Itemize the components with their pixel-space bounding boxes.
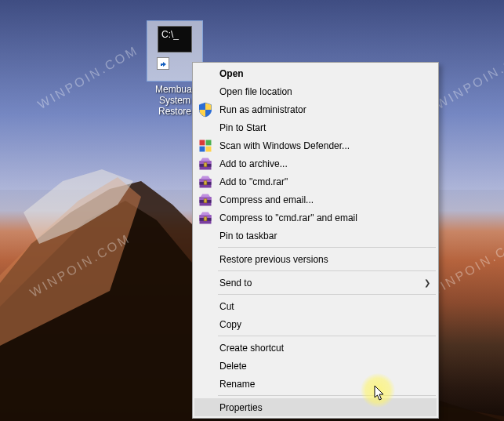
blank-icon <box>198 67 213 81</box>
menu-item-copy[interactable]: Copy <box>194 315 437 333</box>
winrar-icon <box>198 175 213 189</box>
svg-rect-7 <box>204 162 207 166</box>
blank-icon <box>198 318 213 332</box>
svg-rect-19 <box>204 216 207 220</box>
menu-item-label: Pin to taskbar <box>219 230 430 241</box>
menu-item-label: Run as administrator <box>219 104 430 115</box>
menu-item-compress-email[interactable]: Compress and email... <box>194 191 437 209</box>
menu-item-label: Open <box>219 68 430 79</box>
menu-separator <box>218 247 436 248</box>
winrar-icon <box>198 211 213 225</box>
watermark: WINPOIN.COM <box>27 231 133 300</box>
blank-icon <box>198 359 213 373</box>
menu-item-cut[interactable]: Cut <box>194 297 437 315</box>
menu-item-label: Open file location <box>219 86 430 97</box>
menu-separator <box>218 395 436 396</box>
menu-item-add-archive[interactable]: Add to archive... <box>194 154 437 172</box>
menu-item-label: Add to "cmd.rar" <box>219 176 430 187</box>
watermark: WINPOIN.COM <box>35 43 141 112</box>
menu-item-rename[interactable]: Rename <box>194 375 437 393</box>
svg-rect-0 <box>200 140 205 145</box>
svg-rect-3 <box>206 146 212 151</box>
svg-rect-15 <box>204 198 207 202</box>
menu-item-label: Add to archive... <box>219 158 430 169</box>
svg-rect-1 <box>206 140 212 145</box>
menu-item-send-to[interactable]: Send to❯ <box>194 274 437 292</box>
menu-item-label: Rename <box>219 379 430 390</box>
menu-item-defender[interactable]: Scan with Windows Defender... <box>194 136 437 154</box>
blank-icon <box>198 299 213 314</box>
winrar-icon <box>198 157 213 171</box>
blank-icon <box>198 341 213 355</box>
menu-item-label: Compress to "cmd.rar" and email <box>219 212 430 223</box>
blank-icon <box>198 401 213 415</box>
menu-item-open-location[interactable]: Open file location <box>194 82 437 100</box>
svg-rect-2 <box>200 146 205 151</box>
menu-item-properties[interactable]: Properties <box>194 398 437 416</box>
shield-icon <box>198 103 213 117</box>
menu-item-label: Delete <box>219 361 430 372</box>
svg-rect-11 <box>204 180 207 184</box>
chevron-right-icon: ❯ <box>422 278 430 287</box>
menu-item-pin-taskbar[interactable]: Pin to taskbar <box>194 227 437 245</box>
watermark: WINPOIN.COM <box>433 43 504 112</box>
blank-icon <box>198 229 213 243</box>
menu-item-delete[interactable]: Delete <box>194 357 437 375</box>
menu-separator <box>218 270 436 271</box>
defender-icon <box>198 139 213 153</box>
blank-icon <box>198 377 213 391</box>
menu-item-add-cmdrar[interactable]: Add to "cmd.rar" <box>194 172 437 191</box>
menu-item-label: Pin to Start <box>219 122 430 133</box>
blank-icon <box>198 121 213 135</box>
winrar-icon <box>198 193 213 207</box>
blank-icon <box>198 276 213 290</box>
blank-icon <box>198 252 213 267</box>
menu-item-label: Copy <box>219 319 430 330</box>
menu-item-open[interactable]: Open <box>194 64 437 82</box>
blank-icon <box>198 85 213 99</box>
menu-separator <box>218 294 436 295</box>
menu-item-create-shortcut[interactable]: Create shortcut <box>194 339 437 357</box>
menu-item-label: Compress and email... <box>219 194 430 205</box>
menu-item-pin-start[interactable]: Pin to Start <box>194 118 437 136</box>
shortcut-overlay-icon <box>157 57 169 70</box>
menu-item-label: Create shortcut <box>219 343 430 354</box>
menu-item-label: Scan with Windows Defender... <box>219 140 430 151</box>
menu-item-label: Cut <box>219 301 430 312</box>
menu-item-label: Properties <box>219 402 430 413</box>
context-menu: OpenOpen file locationRun as administrat… <box>192 62 439 419</box>
menu-item-label: Send to <box>219 278 422 289</box>
cmd-icon: C:\_ <box>158 26 192 53</box>
menu-separator <box>218 336 436 336</box>
menu-item-label: Restore previous versions <box>219 254 430 265</box>
menu-item-run-admin[interactable]: Run as administrator <box>194 100 437 118</box>
menu-item-compress-cmdrar-email[interactable]: Compress to "cmd.rar" and email <box>194 209 437 227</box>
menu-item-restore-versions[interactable]: Restore previous versions <box>194 250 437 268</box>
